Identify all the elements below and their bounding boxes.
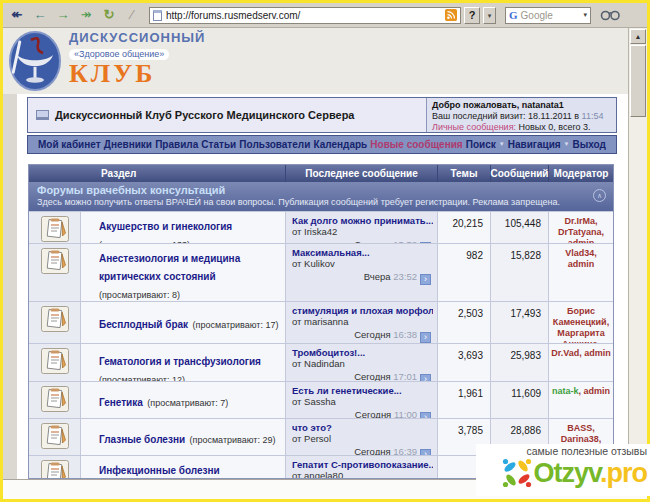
moderators: Vlad34, admin <box>549 244 613 301</box>
last-post-time: Сегодня 11:00› <box>292 409 433 418</box>
page-title: Дискуссионный Клуб Русского Медицинского… <box>55 109 354 121</box>
url-text[interactable]: http://forums.rusmedserv.com/ <box>166 10 441 21</box>
forum-link[interactable]: Бесплодный брак <box>99 319 188 330</box>
goto-last-post-icon[interactable]: › <box>420 412 431 418</box>
forum-row: Анестезиология и медицина критических со… <box>29 243 613 301</box>
forum-icon <box>41 306 69 332</box>
posts-count: 11,609 <box>491 382 549 418</box>
forum-table: Раздел Последнее сообщение Темы Сообщени… <box>28 164 614 479</box>
last-post-time: Вчера 23:52› <box>292 271 433 285</box>
forward-icon[interactable]: → <box>53 5 73 25</box>
goto-last-post-icon[interactable]: › <box>420 374 431 381</box>
welcome-panel: Добро пожаловать, natanata1 Ваш последни… <box>426 98 616 132</box>
forum-link[interactable]: Гематология и трансфузиология <box>99 356 261 367</box>
forum-link[interactable]: Акушерство и гинекология <box>99 221 232 232</box>
rss-icon[interactable] <box>445 9 457 21</box>
goto-last-post-icon[interactable]: › <box>420 242 431 243</box>
scrollbar-thumb[interactable] <box>630 45 646 117</box>
last-post-author[interactable]: от Persol <box>292 433 433 444</box>
forum-row: Бесплодный брак (просматривают: 17) стим… <box>29 301 613 343</box>
page-viewport: ДИСКУССИОННЫЙ «Здоровое общение» КЛУБ Ди… <box>3 28 647 479</box>
nav-calendar[interactable]: Календарь <box>313 139 367 150</box>
address-dropdown-icon[interactable]: ▾ <box>483 7 496 24</box>
nav-search[interactable]: Поиск ▼ <box>466 139 505 150</box>
forum-link[interactable]: Инфекционные болезни <box>99 465 220 476</box>
posts-count: 17,493 <box>491 302 549 343</box>
nav-my-cabinet[interactable]: Мой кабинет <box>38 139 101 150</box>
last-post-link[interactable]: стимуляция и плохая морфология <box>292 305 433 316</box>
last-post-link[interactable]: что это? <box>292 422 433 433</box>
vertical-scrollbar[interactable]: ▲ ▼ <box>628 28 647 479</box>
watermark-brand-green: Otzyv <box>533 458 600 488</box>
reload-icon[interactable]: ↻ <box>99 5 119 25</box>
search-box[interactable]: G Google ▾ <box>505 7 591 24</box>
nav-logout[interactable]: Выход <box>573 139 606 150</box>
binoculars-icon[interactable] <box>600 9 621 21</box>
nav-rules[interactable]: Правила <box>155 139 198 150</box>
category-title[interactable]: Форумы врачебных консультаций <box>37 184 605 197</box>
moderators: nata-k, admin <box>549 382 613 418</box>
page-icon <box>153 10 162 21</box>
welcome-message: Добро пожаловать, natanata1 <box>432 100 611 111</box>
moderator-link[interactable]: Dr.Vad, admin <box>551 348 611 358</box>
google-logo-icon: G <box>509 9 518 21</box>
moderator-link[interactable]: Борис Каменецкий, Маргарита Аншина, admi… <box>553 306 609 343</box>
collapse-category-icon[interactable]: ∧ <box>593 189 606 202</box>
moderator-link[interactable]: nata-k <box>552 386 579 396</box>
moderators: Борис Каменецкий, Маргарита Аншина, admi… <box>549 302 613 343</box>
history-forward-icon[interactable]: ↠ <box>76 5 96 25</box>
last-post-author[interactable]: от Nadindan <box>292 358 433 369</box>
category-row: Форумы врачебных консультаций Здесь можн… <box>29 182 613 211</box>
browser-window: ↞ ← → ↠ ↻ ∕ http://forums.rusmedserv.com… <box>3 3 647 499</box>
topics-count: 1,961 <box>438 382 491 418</box>
viewers-count: (просматривают: 29) <box>190 435 276 445</box>
search-dropdown-icon[interactable]: ▾ <box>583 11 587 19</box>
last-post-time: Сегодня 16:39› <box>292 446 433 455</box>
nav-navigation[interactable]: Навигация ▼ <box>508 139 570 150</box>
goto-last-post-icon[interactable]: › <box>420 332 431 343</box>
last-post-author[interactable]: от marisanna <box>292 316 433 327</box>
col-header-moderator: Модератор <box>549 165 613 182</box>
last-post-link[interactable]: Как долго можно принимать... <box>292 215 433 226</box>
nav-users[interactable]: Пользователи <box>239 139 310 150</box>
forum-link[interactable]: Анестезиология и медицина критических со… <box>99 253 240 282</box>
last-post-link[interactable]: Гепатит С-противопоказание... <box>292 459 433 470</box>
topics-count: 3,693 <box>438 344 491 381</box>
topics-count: 2,503 <box>438 302 491 343</box>
last-post-author[interactable]: от Kulikov <box>292 258 433 269</box>
logo-line1: ДИСКУССИОННЫЙ <box>69 31 205 44</box>
otzyv-pinwheel-icon <box>501 457 533 489</box>
forum-icon <box>41 248 69 274</box>
screenshot-frame: ↞ ← → ↠ ↻ ∕ http://forums.rusmedserv.com… <box>0 0 650 502</box>
search-input[interactable]: Google <box>521 10 581 21</box>
private-messages: Личные сообщения: Новых 0, всего 3. <box>432 122 611 133</box>
site-logo-text: ДИСКУССИОННЫЙ «Здоровое общение» КЛУБ <box>69 31 205 87</box>
last-post-link[interactable]: Есть ли генетические... <box>292 385 433 396</box>
address-bar[interactable]: http://forums.rusmedserv.com/ <box>149 7 461 24</box>
forum-icon <box>41 386 69 412</box>
moderator-link[interactable]: Dr.IrMa, DrTatyana, admin <box>558 216 604 243</box>
private-messages-link[interactable]: Личные сообщения: <box>432 122 516 132</box>
topics-count: 20,215 <box>438 212 491 243</box>
goto-last-post-icon[interactable]: › <box>420 449 431 455</box>
nav-blogs[interactable]: Дневники <box>104 139 152 150</box>
moderator-link[interactable]: Vlad34, admin <box>565 248 597 269</box>
last-post-link[interactable]: Максимальная... <box>292 247 433 258</box>
nav-articles[interactable]: Статьи <box>201 139 236 150</box>
help-button[interactable]: ? <box>464 7 480 24</box>
forum-link[interactable]: Глазные болезни <box>99 434 185 445</box>
back-icon[interactable]: ← <box>30 5 50 25</box>
last-post-author[interactable]: от Sassha <box>292 396 433 407</box>
last-post-author[interactable]: от Iriska42 <box>292 226 433 237</box>
forum-row: Генетика (просматривают: 7) Есть ли гене… <box>29 381 613 418</box>
nav-new-messages[interactable]: Новые сообщения <box>370 139 462 150</box>
goto-last-post-icon[interactable]: › <box>420 274 431 285</box>
stop-icon[interactable]: ∕ <box>122 5 142 25</box>
forum-link[interactable]: Генетика <box>99 397 143 408</box>
history-back-icon[interactable]: ↞ <box>7 5 27 25</box>
scroll-up-icon[interactable]: ▲ <box>630 29 646 44</box>
moderator-link[interactable]: , admin <box>579 386 611 396</box>
last-post-link[interactable]: Тромбоцитоз!... <box>292 347 433 358</box>
forum-row: Гематология и трансфузиология (просматри… <box>29 343 613 381</box>
last-post-author[interactable]: от angela80 <box>292 470 433 479</box>
